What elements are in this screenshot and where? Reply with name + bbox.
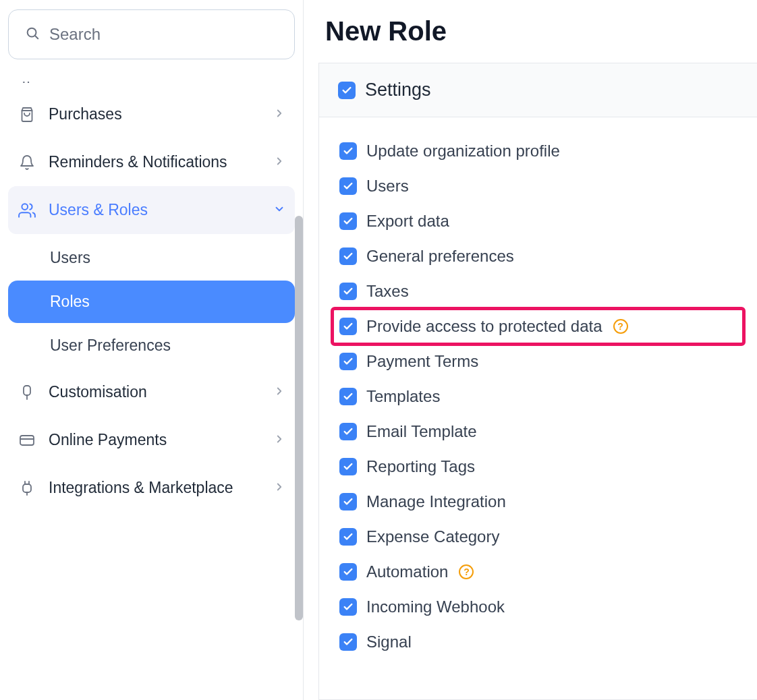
permission-checkbox[interactable] (339, 528, 357, 546)
permission-checkbox[interactable] (339, 318, 357, 335)
help-icon[interactable]: ? (459, 564, 474, 579)
bell-icon (18, 154, 36, 171)
sidebar-item-online-payments[interactable]: Online Payments (8, 416, 295, 464)
permission-checkbox[interactable] (339, 598, 357, 616)
chevron-right-icon (273, 479, 285, 497)
permission-item: Expense Category (339, 527, 737, 546)
nav-scroll: ‥ Purchases Reminders & Notifications U (8, 65, 295, 700)
settings-panel-header: Settings (319, 63, 757, 117)
permission-label: Automation (366, 562, 448, 581)
permission-label: Users (366, 177, 409, 196)
permission-checkbox[interactable] (339, 633, 357, 651)
sidebar-item-label: Online Payments (49, 430, 261, 450)
sidebar-item-integrations[interactable]: Integrations & Marketplace (8, 464, 295, 512)
permission-label: Update organization profile (366, 142, 560, 161)
permission-label: Taxes (366, 282, 409, 301)
permission-checkbox[interactable] (339, 423, 357, 440)
svg-rect-5 (20, 436, 34, 445)
permission-item: Incoming Webhook (339, 597, 737, 616)
permission-item: Taxes (339, 282, 737, 301)
sidebar-item-label: Reminders & Notifications (49, 152, 261, 173)
svg-line-1 (35, 36, 38, 38)
permission-checkbox[interactable] (339, 212, 357, 230)
permission-item: Provide access to protected data? (331, 307, 746, 346)
chevron-right-icon (273, 383, 285, 401)
permission-checkbox[interactable] (339, 177, 357, 195)
nav-overflow-indicator: ‥ (8, 70, 295, 90)
sidebar: ‥ Purchases Reminders & Notifications U (0, 0, 304, 700)
search-icon (25, 26, 40, 43)
sidebar-item-users-roles[interactable]: Users & Roles (8, 186, 295, 234)
users-icon (18, 202, 36, 219)
permission-item: Payment Terms (339, 352, 737, 371)
chevron-right-icon (273, 431, 285, 449)
svg-point-2 (22, 204, 28, 210)
permission-checkbox[interactable] (339, 353, 357, 370)
permission-checkbox[interactable] (339, 283, 357, 300)
permission-label: Manage Integration (366, 492, 506, 511)
permission-checkbox[interactable] (339, 142, 357, 160)
scrollbar-thumb[interactable] (295, 216, 303, 620)
permission-item: Templates (339, 387, 737, 406)
chevron-right-icon (273, 153, 285, 171)
sidebar-item-label: Users & Roles (49, 200, 261, 221)
help-icon[interactable]: ? (613, 319, 628, 334)
permissions-list: Update organization profileUsersExport d… (319, 117, 757, 676)
permission-label: Provide access to protected data (366, 317, 602, 336)
permission-item: Export data (339, 212, 737, 231)
sidebar-item-label: Customisation (49, 382, 261, 403)
permission-item: Reporting Tags (339, 457, 737, 476)
search-box[interactable] (8, 9, 295, 59)
permission-checkbox[interactable] (339, 388, 357, 405)
permission-checkbox[interactable] (339, 247, 357, 265)
tag-icon (18, 384, 36, 401)
sidebar-item-label: Purchases (49, 104, 261, 125)
permission-label: Templates (366, 387, 440, 406)
search-input[interactable] (49, 25, 278, 44)
main-content: New Role Settings Update organization pr… (304, 0, 757, 700)
chevron-down-icon (273, 201, 285, 219)
permission-checkbox[interactable] (339, 493, 357, 511)
plug-icon (18, 480, 36, 496)
permission-label: Incoming Webhook (366, 597, 505, 616)
settings-section-title: Settings (365, 80, 431, 100)
permission-item: Automation? (339, 562, 737, 581)
chevron-right-icon (273, 105, 285, 123)
permission-label: Signal (366, 633, 412, 651)
bag-icon (18, 107, 36, 123)
permission-item: General preferences (339, 247, 737, 266)
sidebar-item-reminders[interactable]: Reminders & Notifications (8, 138, 295, 186)
svg-rect-7 (23, 484, 31, 492)
settings-checkbox[interactable] (338, 82, 356, 99)
card-icon (18, 432, 36, 448)
permission-label: General preferences (366, 247, 514, 266)
permission-item: Manage Integration (339, 492, 737, 511)
permission-checkbox[interactable] (339, 458, 357, 475)
svg-rect-3 (24, 386, 30, 395)
permission-item: Update organization profile (339, 142, 737, 161)
permission-checkbox[interactable] (339, 563, 357, 581)
page-title: New Role (325, 16, 735, 47)
permission-label: Export data (366, 212, 449, 231)
sidebar-item-customisation[interactable]: Customisation (8, 368, 295, 416)
permission-label: Payment Terms (366, 352, 478, 371)
permission-item: Users (339, 177, 737, 196)
permission-item: Email Template (339, 422, 737, 441)
permission-label: Expense Category (366, 527, 499, 546)
subnav-users[interactable]: Users (8, 237, 295, 279)
sidebar-item-purchases[interactable]: Purchases (8, 90, 295, 138)
permission-label: Reporting Tags (366, 457, 475, 476)
sidebar-item-label: Integrations & Marketplace (49, 477, 261, 498)
permission-label: Email Template (366, 422, 477, 441)
page-header: New Role (304, 0, 757, 63)
users-roles-subnav: Users Roles User Preferences (8, 237, 295, 367)
settings-panel: Settings Update organization profileUser… (318, 63, 757, 700)
permission-item: Signal (339, 633, 737, 651)
subnav-user-preferences[interactable]: User Preferences (8, 324, 295, 367)
subnav-roles[interactable]: Roles (8, 281, 295, 323)
